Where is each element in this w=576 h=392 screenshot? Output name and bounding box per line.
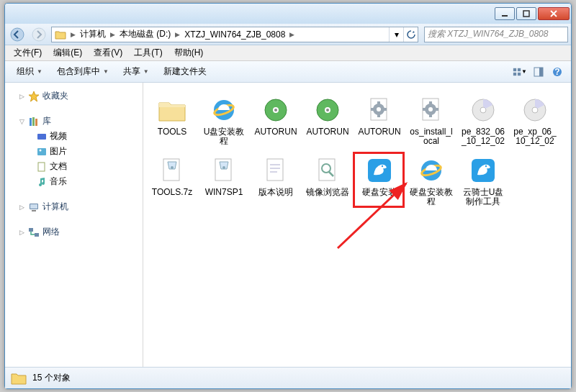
menu-tools[interactable]: 工具(T) (128, 45, 168, 60)
svg-rect-5 (518, 68, 521, 70)
file-label: 镜像浏览器 (306, 188, 349, 197)
menu-help[interactable]: 帮助(H) (168, 45, 210, 60)
file-label: 硬盘安装教程 (408, 188, 455, 206)
knight-blue-icon (362, 155, 397, 186)
forward-button[interactable] (30, 26, 48, 43)
file-label: 版本说明 (258, 188, 293, 197)
sidebar-network[interactable]: ▷ 网络 (5, 224, 143, 240)
file-view[interactable]: TOOLSU盘安装教程AUTORUNAUTORUNAUTORUNos_insta… (143, 83, 571, 367)
file-label: TOOLS.7z (152, 188, 192, 197)
folder-icon (55, 29, 66, 40)
svg-point-41 (428, 107, 433, 111)
address-tools: ▾ (389, 27, 418, 42)
svg-rect-16 (37, 148, 46, 155)
svg-rect-38 (384, 108, 387, 111)
sidebar: ▷ 收藏夹 ▽ 库 视频 图片 文档 音乐 ▷ (5, 83, 143, 367)
file-item[interactable]: AUTORUN (302, 93, 353, 147)
crumb-computer[interactable]: 计算机 (77, 27, 109, 42)
sidebar-computer[interactable]: ▷ 计算机 (5, 199, 143, 214)
gear-icon (362, 94, 397, 126)
sidebar-music[interactable]: 音乐 (5, 174, 143, 189)
body: ▷ 收藏夹 ▽ 库 视频 图片 文档 音乐 ▷ (5, 83, 571, 367)
refresh-button[interactable] (403, 27, 418, 42)
new-folder-button[interactable]: 新建文件夹 (158, 64, 212, 79)
titlebar (5, 4, 571, 24)
sidebar-library[interactable]: ▽ 库 (5, 114, 143, 129)
file-item[interactable]: AUTORUN (251, 93, 301, 147)
file-label: 云骑士U盘制作工具 (459, 188, 507, 206)
minimize-button[interactable] (495, 7, 515, 20)
file-item[interactable]: TOOLS.7z (147, 153, 197, 208)
crumb-drive[interactable]: 本地磁盘 (D:) (117, 27, 174, 42)
close-button[interactable] (538, 7, 570, 20)
svg-rect-20 (30, 204, 37, 209)
svg-rect-4 (513, 68, 516, 70)
back-button[interactable] (8, 26, 27, 43)
file-label: U盘安装教程 (200, 127, 248, 146)
search-input[interactable]: 搜索 XTZJ_WIN764_ZJB_0808 (424, 27, 568, 42)
organize-button[interactable]: 组织▼ (11, 64, 48, 79)
sidebar-pictures[interactable]: 图片 (5, 144, 143, 159)
file-item[interactable]: U盘安装教程 (199, 93, 249, 147)
file-item[interactable]: 版本说明 (251, 153, 301, 208)
ie-icon (207, 94, 241, 126)
preview-pane-button[interactable] (531, 64, 546, 80)
svg-point-51 (171, 166, 174, 169)
file-item[interactable]: WIN7SP1 (199, 153, 249, 208)
magnify-icon (310, 155, 345, 186)
maximize-button[interactable] (516, 7, 536, 20)
gear-icon (414, 94, 449, 126)
view-options-button[interactable]: ▼ (512, 64, 528, 80)
svg-point-62 (382, 165, 383, 167)
computer-icon (28, 201, 40, 213)
file-label: pe_xp_06_10_12_02 (511, 127, 559, 146)
svg-rect-13 (32, 117, 35, 126)
menu-view[interactable]: 查看(V) (88, 45, 128, 60)
crumb-folder[interactable]: XTZJ_WIN764_ZJB_0808 (181, 27, 288, 42)
svg-rect-23 (35, 233, 39, 237)
file-item[interactable]: 云骑士U盘制作工具 (458, 153, 508, 208)
address-bar[interactable]: ▶ 计算机 ▶ 本地磁盘 (D:) ▶ XTZJ_WIN764_ZJB_0808… (51, 27, 418, 42)
include-library-button[interactable]: 包含到库中▼ (51, 64, 114, 79)
svg-rect-0 (502, 15, 508, 17)
svg-point-17 (40, 149, 42, 151)
sidebar-videos[interactable]: 视频 (5, 129, 143, 144)
network-icon (28, 227, 40, 238)
explorer-window: ▶ 计算机 ▶ 本地磁盘 (D:) ▶ XTZJ_WIN764_ZJB_0808… (4, 3, 572, 389)
file-item[interactable]: 镜像浏览器 (302, 153, 353, 208)
svg-rect-18 (38, 163, 45, 171)
svg-rect-44 (423, 108, 426, 111)
video-icon (37, 132, 47, 142)
archive-icon (155, 155, 189, 186)
sidebar-favorites[interactable]: ▷ 收藏夹 (5, 88, 143, 104)
svg-rect-7 (518, 72, 521, 75)
archive-icon (207, 155, 241, 186)
svg-rect-43 (429, 114, 432, 117)
document-icon (37, 162, 47, 172)
file-item[interactable]: 硬盘安装教程 (406, 153, 456, 208)
svg-rect-54 (267, 159, 283, 181)
sidebar-documents[interactable]: 文档 (5, 159, 143, 174)
file-item[interactable]: AUTORUN (354, 93, 405, 147)
file-item[interactable]: os_install_local (406, 93, 456, 147)
file-item[interactable]: pe_832_06_10_12_02 (458, 93, 508, 147)
svg-rect-6 (513, 72, 516, 75)
menu-edit[interactable]: 编辑(E) (48, 45, 88, 60)
svg-rect-14 (35, 119, 37, 126)
help-button[interactable]: ? (549, 64, 565, 80)
file-item[interactable]: pe_xp_06_10_12_02 (510, 93, 560, 147)
file-label: AUTORUN (254, 127, 297, 137)
svg-rect-15 (37, 134, 46, 140)
status-text: 15 个对象 (32, 372, 71, 384)
svg-point-3 (32, 28, 45, 41)
svg-rect-35 (377, 101, 380, 104)
svg-rect-12 (30, 118, 32, 126)
menu-file[interactable]: 文件(F) (8, 45, 48, 60)
status-bar: 15 个对象 (5, 367, 571, 388)
file-item[interactable]: 硬盘安装 (354, 153, 405, 208)
share-button[interactable]: 共享▼ (117, 64, 155, 79)
file-item[interactable]: TOOLS (147, 93, 197, 147)
svg-rect-1 (523, 11, 529, 17)
nav-bar: ▶ 计算机 ▶ 本地磁盘 (D:) ▶ XTZJ_WIN764_ZJB_0808… (5, 24, 571, 45)
address-dropdown[interactable]: ▾ (389, 27, 403, 42)
